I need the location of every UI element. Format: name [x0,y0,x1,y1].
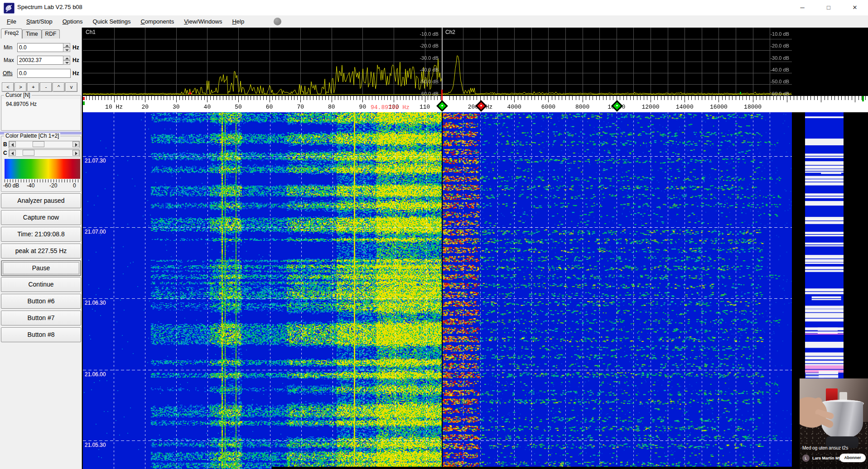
color-palette-groupbox: Color Palette [Ch 1+2] B C -60 dB-40-200 [1,136,81,192]
button-pause[interactable]: Pause [1,260,81,276]
max-spinner-up-icon[interactable] [63,56,70,60]
menu-file[interactable]: File [2,15,21,28]
max-freq-input[interactable] [17,56,63,65]
menu-view-windows[interactable]: View/Windows [179,15,227,28]
ruler-edge-red-tick [83,97,85,100]
ruler-label-hz: 6000 [541,104,555,110]
ruler-label-hz: 110 [420,104,430,110]
nav-button-4[interactable]: ^ [53,82,65,92]
ruler-label-hz: 8000 [575,104,589,110]
waterfall-time-label: 21.07.00 [85,229,106,235]
app-logo-icon [4,3,14,14]
menu-start-stop[interactable]: Start/Stop [21,15,58,28]
ruler-label-hz: 12000 [641,104,659,110]
ruler-label-hz: 18000 [744,104,762,110]
db-label: -20.0 dB [757,43,789,48]
window-title: Spectrum Lab V2.75 b08 [17,4,82,10]
tab-time[interactable]: Time [22,29,41,38]
ruler-label-hz: 10 Hz [105,104,123,110]
db-label: -40.0 dB [407,67,439,72]
nav-button-5[interactable]: v [65,82,77,92]
palette-scale-label: -60 dB [3,182,19,189]
ruler-label-hz: 16000 [710,104,728,110]
min-unit: Hz [72,44,79,51]
brightness-thumb[interactable] [33,141,44,147]
ch2-label: Ch2 [445,29,455,35]
min-spinner-down-icon[interactable] [63,48,70,52]
button-analyzer-paused[interactable]: Analyzer paused [1,193,81,208]
control-panel: Freq2TimeRDF Min Hz Max Hz Offs Hz <>+-^… [0,28,82,469]
ruler-label-hz: 4000 [507,104,521,110]
ruler-label-hz: 90 [359,104,366,110]
button-peak-at-227-55-hz[interactable]: peak at 227.55 Hz [1,244,81,258]
max-label: Max [4,57,14,63]
ruler-label-hz: 14000 [676,104,694,110]
minimize-button[interactable]: ─ [789,0,815,15]
max-unit: Hz [72,57,79,63]
max-spinner-down-icon[interactable] [63,60,70,65]
menu-help[interactable]: Help [227,15,249,28]
db-label: -60.0 dB [407,91,439,96]
ruler-label-hz: 50 [235,104,242,110]
ch2-waterfall-spectrogram[interactable] [443,112,792,469]
video-overlay[interactable]: Med og uten ansuz t2s L Lars Martin Myhr… [800,378,868,469]
offset-label[interactable]: Offs [3,70,13,77]
button-button-6[interactable]: Button #6 [1,294,81,309]
contrast-scrollbar[interactable] [9,149,80,157]
db-label: -30.0 dB [407,55,439,61]
video-channel-row: L Lars Martin Myhre Abonner [802,454,866,463]
min-spinner [63,43,70,52]
ruler-label-hz: 30 [173,104,180,110]
button-continue[interactable]: Continue [1,277,81,292]
scroll-right-icon[interactable] [72,141,79,147]
tab-rdf[interactable]: RDF [42,29,60,38]
subscribe-button[interactable]: Abonner [839,454,866,462]
min-spinner-up-icon[interactable] [63,43,70,48]
button-button-7[interactable]: Button #7 [1,311,81,325]
ruler-label-hz: 80 [328,104,335,110]
ruler-right-green-tick [862,96,864,101]
menu-components[interactable]: Components [135,15,179,28]
min-freq-input[interactable] [17,43,63,52]
contrast-label: C [3,150,7,156]
nav-button-3[interactable]: - [40,82,52,92]
waterfall-time-label: 21.06.00 [85,371,106,378]
button-button-8[interactable]: Button #8 [1,327,81,342]
brightness-scrollbar[interactable] [9,141,80,148]
waterfall-time-label: 21.07.30 [85,158,106,164]
window-controls: ─ □ ✕ [789,0,868,15]
status-circle-icon [274,18,281,25]
tab-freq2[interactable]: Freq2 [1,29,22,38]
bottom-window-edge [272,467,868,469]
maximize-button[interactable]: □ [815,0,842,15]
tab-strip: Freq2TimeRDF [1,29,60,38]
db-label: -50.0 dB [407,79,439,84]
button-capture-now[interactable]: Capture now [1,210,81,225]
scroll-left-icon[interactable] [9,141,16,147]
nav-button-0[interactable]: < [2,82,14,92]
menu-options[interactable]: Options [58,15,88,28]
scroll-right-icon[interactable] [72,150,79,156]
db-label: -60.0 dB [757,91,789,96]
ruler-label-hz: 60 [266,104,273,110]
nav-button-2[interactable]: + [27,82,39,92]
menu-quick-settings[interactable]: Quick Settings [88,15,136,28]
scroll-left-icon[interactable] [9,150,16,156]
nav-button-1[interactable]: > [14,82,27,92]
button-time-21-09-08-8[interactable]: Time: 21:09:08.8 [1,227,81,242]
db-label: -10.0 dB [757,31,789,37]
ch1-waterfall-spectrogram[interactable] [83,112,442,469]
spectrum-graph-canvas[interactable] [83,28,868,96]
offset-input[interactable] [17,69,71,78]
cursor-readout-panel: 94.89705 Hz [2,99,80,129]
contrast-thumb[interactable] [23,150,34,156]
ch1-label: Ch1 [86,29,96,35]
channel-avatar: L [802,455,810,462]
db-label: -50.0 dB [757,79,789,84]
menubar: FileStart/StopOptionsQuick SettingsCompo… [0,15,868,28]
app-window: Spectrum Lab V2.75 b08 ─ □ ✕ FileStart/S… [0,0,868,469]
db-label: -40.0 dB [757,67,789,72]
close-button[interactable]: ✕ [842,0,868,15]
palette-scale-label: -20 [49,182,57,189]
cursor-groupbox: Cursor [N] 94.89705 Hz [1,95,81,131]
